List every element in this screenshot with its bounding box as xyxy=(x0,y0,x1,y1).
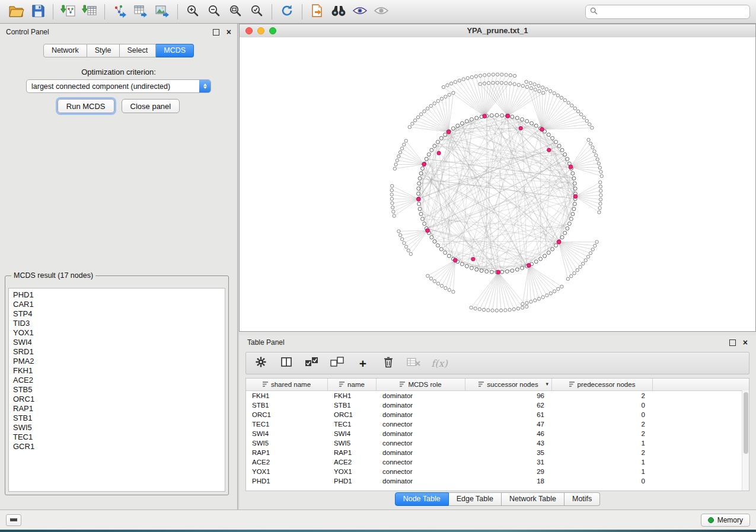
network-canvas[interactable] xyxy=(240,37,755,331)
search-network-button[interactable] xyxy=(328,2,349,21)
show-columns-button[interactable] xyxy=(280,357,293,370)
network-window-titlebar[interactable]: YPA_prune.txt_1 xyxy=(240,24,755,38)
float-panel-icon[interactable] xyxy=(213,29,219,36)
table-cell: PHD1 xyxy=(328,477,377,485)
table-cell: 2 xyxy=(552,421,653,428)
column-header-predecessor-nodes[interactable]: predecessor nodes xyxy=(552,379,653,390)
mcds-result-item[interactable]: FKH1 xyxy=(9,366,225,376)
mcds-result-item[interactable]: SWI4 xyxy=(9,338,225,347)
chevron-down-icon[interactable]: ▾ xyxy=(546,381,548,387)
mcds-result-item[interactable]: PHD1 xyxy=(9,290,225,300)
table-row[interactable]: PHD1PHD1dominator180 xyxy=(246,476,749,486)
table-row[interactable]: FKH1FKH1dominator962 xyxy=(246,391,749,400)
close-table-panel-icon[interactable]: × xyxy=(743,338,748,347)
table-row[interactable]: ORC1ORC1dominator610 xyxy=(246,410,749,419)
table-cell: ORC1 xyxy=(328,411,377,418)
tab-network[interactable]: Network xyxy=(43,44,87,57)
mcds-result-list[interactable]: PHD1CAR1STP4TID3YOX1SWI4SRD1PMA2FKH1ACE2… xyxy=(8,288,225,492)
float-table-panel-icon[interactable] xyxy=(729,339,736,346)
search-input[interactable] xyxy=(601,7,745,17)
mcds-result-item[interactable]: SWI5 xyxy=(9,423,225,432)
tab-edge-table[interactable]: Edge Table xyxy=(449,492,502,506)
save-session-button[interactable] xyxy=(27,2,49,21)
open-file-button[interactable] xyxy=(6,2,27,21)
tab-node-table[interactable]: Node Table xyxy=(395,492,449,506)
window-maximize-icon[interactable] xyxy=(269,27,276,34)
table-row[interactable]: RAP1RAP1dominator352 xyxy=(246,448,749,457)
mcds-result-item[interactable]: RAP1 xyxy=(9,404,225,414)
export-image-button[interactable] xyxy=(152,2,173,21)
column-header-successor-nodes[interactable]: successor nodes▾ xyxy=(465,379,552,390)
table-cell: 1 xyxy=(552,440,653,447)
mcds-result-item[interactable]: PMA2 xyxy=(9,357,225,366)
table-cell: 2 xyxy=(552,449,653,456)
mcds-result-item[interactable]: STB5 xyxy=(9,385,225,395)
table-cell: SWI5 xyxy=(246,440,328,447)
table-row[interactable]: STB1STB1dominator620 xyxy=(246,400,749,410)
function-builder-button[interactable]: f(x) xyxy=(433,357,446,370)
zoom-out-button[interactable] xyxy=(203,2,225,21)
zoom-fit-button[interactable] xyxy=(225,2,246,21)
optimization-criterion-label: Optimization criterion: xyxy=(0,68,237,76)
column-header-mcds-role[interactable]: MCDS role xyxy=(377,379,465,390)
table-row[interactable]: YOX1YOX1connector291 xyxy=(246,467,749,476)
zoom-selected-button[interactable] xyxy=(246,2,267,21)
column-header-shared-name[interactable]: shared name xyxy=(246,379,328,390)
deselect-all-rows-button[interactable] xyxy=(331,357,344,370)
mcds-result-item[interactable]: ACE2 xyxy=(9,376,225,385)
main-toolbar xyxy=(0,0,756,24)
table-row[interactable]: ACE2ACE2connector311 xyxy=(246,457,749,467)
mcds-result-item[interactable]: STP4 xyxy=(9,309,225,319)
close-panel-button[interactable]: Close panel xyxy=(122,99,180,113)
share-document-button[interactable] xyxy=(307,2,328,21)
export-table-button[interactable] xyxy=(130,2,152,21)
search-box[interactable] xyxy=(585,5,750,19)
mcds-result-item[interactable]: YOX1 xyxy=(9,328,225,338)
zoom-in-button[interactable] xyxy=(182,2,203,21)
eye-disabled-icon xyxy=(374,4,389,19)
table-cell: TEC1 xyxy=(246,421,328,428)
mcds-result-item[interactable]: STB1 xyxy=(9,414,225,423)
mcds-result-item[interactable]: ORC1 xyxy=(9,395,225,404)
mcds-result-item[interactable]: TEC1 xyxy=(9,432,225,442)
mcds-result-item[interactable]: GCR1 xyxy=(9,442,225,451)
apply-layout-button[interactable] xyxy=(276,2,298,21)
hide-button[interactable] xyxy=(371,2,392,21)
window-minimize-icon[interactable] xyxy=(257,27,264,34)
memory-button[interactable]: Memory xyxy=(701,514,750,527)
run-mcds-button[interactable]: Run MCDS xyxy=(58,99,114,113)
table-cell: connector xyxy=(377,421,465,428)
delete-column-button[interactable] xyxy=(382,357,395,370)
table-row[interactable]: SWI4SWI4dominator462 xyxy=(246,429,749,438)
table-row[interactable]: SWI5SWI5connector431 xyxy=(246,438,749,448)
table-row[interactable]: TEC1TEC1connector472 xyxy=(246,419,749,429)
import-table-button[interactable] xyxy=(79,2,100,21)
table-scrollbar[interactable] xyxy=(742,390,749,491)
create-column-button[interactable]: + xyxy=(356,357,369,370)
tab-select[interactable]: Select xyxy=(120,44,157,57)
mcds-result-item[interactable]: SRD1 xyxy=(9,347,225,357)
table-cell: SWI4 xyxy=(328,430,377,437)
tab-style[interactable]: Style xyxy=(87,44,120,57)
table-cell: YOX1 xyxy=(246,468,328,475)
table-cell: 31 xyxy=(465,459,552,466)
window-close-icon[interactable] xyxy=(245,27,253,34)
tab-mcds[interactable]: MCDS xyxy=(156,44,194,57)
table-cell: FKH1 xyxy=(328,392,377,399)
close-panel-icon[interactable]: × xyxy=(227,28,231,36)
column-header-name[interactable]: name xyxy=(328,379,377,390)
select-all-rows-button[interactable] xyxy=(305,357,318,370)
table-settings-button[interactable] xyxy=(254,357,267,370)
import-network-button[interactable] xyxy=(58,2,79,21)
scrollbar-thumb[interactable] xyxy=(744,392,748,454)
export-network-button[interactable] xyxy=(109,2,130,21)
tab-motifs[interactable]: Motifs xyxy=(564,492,600,506)
criterion-dropdown[interactable]: largest connected component (undirected) xyxy=(26,79,211,93)
mcds-result-item[interactable]: TID3 xyxy=(9,319,225,328)
plus-icon: + xyxy=(359,357,366,370)
mcds-result-item[interactable]: CAR1 xyxy=(9,300,225,309)
tab-network-table[interactable]: Network Table xyxy=(502,492,564,506)
menu-button[interactable] xyxy=(6,514,21,526)
destroy-table-button[interactable] xyxy=(407,357,420,370)
show-hide-button[interactable] xyxy=(349,2,371,21)
